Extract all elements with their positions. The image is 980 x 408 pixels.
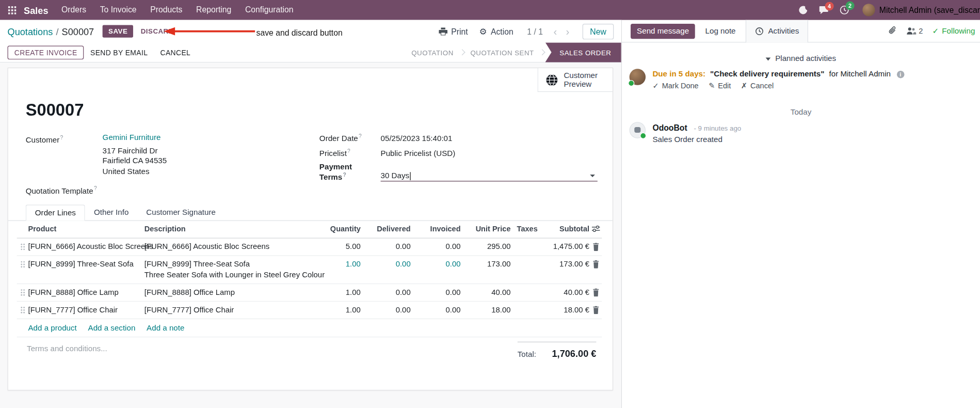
activities-clock-icon[interactable]: 2 bbox=[839, 5, 849, 15]
col-subtotal[interactable]: Subtotal bbox=[544, 224, 591, 235]
cell-description[interactable]: [FURN_7777] Office Chair bbox=[144, 305, 313, 316]
delete-row-icon[interactable] bbox=[592, 306, 599, 315]
app-name[interactable]: Sales bbox=[24, 5, 48, 15]
info-icon[interactable] bbox=[896, 71, 904, 79]
col-taxes[interactable]: Taxes bbox=[512, 224, 544, 235]
cell-unit-price[interactable]: 40.00 bbox=[462, 287, 512, 298]
col-unit-price[interactable]: Unit Price bbox=[462, 224, 512, 235]
delete-row-icon[interactable] bbox=[592, 260, 599, 269]
edit-activity-button[interactable]: Edit bbox=[709, 82, 731, 90]
tab-customer-signature[interactable]: Customer Signature bbox=[137, 205, 224, 220]
followers-button[interactable]: 2 bbox=[906, 26, 923, 35]
state-sales-order-active[interactable]: SALES ORDER bbox=[545, 42, 621, 62]
cell-delivered[interactable]: 0.00 bbox=[362, 259, 412, 270]
cell-invoiced[interactable]: 0.00 bbox=[412, 305, 462, 316]
cell-product[interactable]: [FURN_7777] Office Chair bbox=[28, 305, 144, 316]
drag-handle-icon[interactable] bbox=[20, 260, 25, 269]
following-button[interactable]: Following bbox=[933, 26, 975, 36]
action-button[interactable]: Action bbox=[479, 26, 513, 36]
cell-quantity[interactable]: 1.00 bbox=[313, 287, 362, 298]
cell-description[interactable]: [FURN_6666] Acoustic Bloc Screens bbox=[144, 242, 313, 253]
delete-row-icon[interactable] bbox=[592, 289, 599, 297]
col-description[interactable]: Description bbox=[144, 224, 313, 235]
order-date-label: Order Date? bbox=[319, 133, 381, 143]
cell-delivered[interactable]: 0.00 bbox=[362, 305, 412, 316]
attach-files-button[interactable] bbox=[888, 25, 897, 37]
cell-unit-price[interactable]: 173.00 bbox=[462, 259, 512, 270]
send-message-button[interactable]: Send message bbox=[631, 23, 695, 38]
breadcrumb-quotations[interactable]: Quotations bbox=[8, 26, 53, 37]
cell-unit-price[interactable]: 295.00 bbox=[462, 242, 512, 253]
cell-delivered[interactable]: 0.00 bbox=[362, 287, 412, 298]
create-invoice-button[interactable]: CREATE INVOICE bbox=[8, 45, 84, 59]
cell-product[interactable]: [FURN_8888] Office Lamp bbox=[28, 287, 144, 298]
drag-handle-icon[interactable] bbox=[20, 306, 25, 315]
date-divider: Today bbox=[622, 107, 980, 116]
add-product-link[interactable]: Add a product bbox=[28, 323, 76, 332]
form-content: Customer Preview S00007 Customer? Gemini… bbox=[0, 62, 621, 408]
check-icon bbox=[652, 82, 658, 90]
cell-invoiced[interactable]: 0.00 bbox=[412, 242, 462, 253]
add-section-link[interactable]: Add a section bbox=[88, 323, 136, 332]
table-row[interactable]: [FURN_6666] Acoustic Bloc Screens [FURN_… bbox=[17, 239, 602, 256]
cell-unit-price[interactable]: 18.00 bbox=[462, 305, 512, 316]
print-button[interactable]: Print bbox=[439, 26, 468, 36]
user-menu[interactable]: Mitchell Admin (save_discar bbox=[862, 4, 980, 16]
cell-delivered[interactable]: 0.00 bbox=[362, 242, 412, 253]
moon-icon[interactable] bbox=[799, 5, 808, 14]
nav-menu-products[interactable]: Products bbox=[143, 0, 189, 20]
delete-row-icon[interactable] bbox=[592, 243, 599, 251]
optional-columns-icon[interactable] bbox=[591, 225, 600, 232]
drag-handle-icon[interactable] bbox=[20, 289, 25, 297]
cell-quantity[interactable]: 5.00 bbox=[313, 242, 362, 253]
cell-invoiced[interactable]: 0.00 bbox=[412, 259, 462, 270]
nav-menus: Orders To Invoice Products Reporting Con… bbox=[55, 0, 300, 20]
drag-handle-icon[interactable] bbox=[20, 243, 25, 251]
state-quotation-sent[interactable]: QUOTATION SENT bbox=[465, 42, 540, 62]
activities-tab[interactable]: Activities bbox=[746, 20, 809, 42]
log-note-button[interactable]: Log note bbox=[705, 26, 736, 35]
nav-menu-configuration[interactable]: Configuration bbox=[238, 0, 300, 20]
nav-menu-reporting[interactable]: Reporting bbox=[189, 0, 238, 20]
dropdown-caret-icon[interactable] bbox=[590, 175, 595, 178]
pricelist-field[interactable]: Public Pricelist (USD) bbox=[381, 149, 456, 158]
cell-description[interactable]: [FURN_8999] Three-Seat SofaThree Seater … bbox=[144, 259, 313, 280]
pager-next-icon[interactable] bbox=[561, 26, 574, 37]
send-by-email-button[interactable]: SEND BY EMAIL bbox=[84, 46, 154, 58]
pager-previous-icon[interactable] bbox=[549, 26, 561, 37]
col-product[interactable]: Product bbox=[28, 224, 144, 235]
apps-grid-icon[interactable] bbox=[5, 3, 19, 17]
terms-placeholder[interactable]: Terms and conditions... bbox=[27, 344, 107, 353]
col-invoiced[interactable]: Invoiced bbox=[412, 224, 462, 235]
add-note-link[interactable]: Add a note bbox=[147, 323, 184, 332]
cell-description[interactable]: [FURN_8888] Office Lamp bbox=[144, 287, 313, 298]
table-row[interactable]: [FURN_8888] Office Lamp [FURN_8888] Offi… bbox=[17, 284, 602, 302]
cell-product[interactable]: [FURN_8999] Three-Seat Sofa bbox=[28, 259, 144, 270]
cancel-activity-button[interactable]: Cancel bbox=[741, 82, 774, 90]
messages-icon[interactable]: 4 bbox=[818, 5, 828, 14]
customer-link[interactable]: Gemini Furniture bbox=[103, 133, 161, 146]
cell-quantity[interactable]: 1.00 bbox=[313, 259, 362, 270]
cell-quantity[interactable]: 1.00 bbox=[313, 305, 362, 316]
help-marker: ? bbox=[359, 133, 362, 139]
mark-done-button[interactable]: Mark Done bbox=[652, 82, 698, 90]
save-button[interactable]: SAVE bbox=[103, 25, 133, 37]
table-row[interactable]: [FURN_7777] Office Chair [FURN_7777] Off… bbox=[17, 302, 602, 319]
state-quotation[interactable]: QUOTATION bbox=[406, 42, 459, 62]
tab-other-info[interactable]: Other Info bbox=[85, 205, 137, 220]
new-button[interactable]: New bbox=[583, 23, 614, 39]
col-quantity[interactable]: Quantity bbox=[313, 224, 362, 235]
planned-activities-header[interactable]: Planned activities bbox=[622, 54, 980, 62]
tab-order-lines[interactable]: Order Lines bbox=[26, 205, 85, 221]
col-delivered[interactable]: Delivered bbox=[362, 224, 412, 235]
cell-product[interactable]: [FURN_6666] Acoustic Bloc Screens bbox=[28, 242, 144, 253]
customer-preview-button[interactable]: Customer Preview bbox=[538, 68, 613, 92]
table-row[interactable]: [FURN_8999] Three-Seat Sofa [FURN_8999] … bbox=[17, 256, 602, 285]
cancel-button[interactable]: CANCEL bbox=[154, 46, 197, 58]
cell-invoiced[interactable]: 0.00 bbox=[412, 287, 462, 298]
order-date-field[interactable]: 05/25/2023 15:40:01 bbox=[381, 134, 453, 143]
nav-menu-orders[interactable]: Orders bbox=[55, 0, 93, 20]
message-author[interactable]: OdooBot bbox=[652, 123, 687, 133]
payment-terms-field[interactable]: 30 Days bbox=[381, 172, 598, 182]
nav-menu-to-invoice[interactable]: To Invoice bbox=[93, 0, 143, 20]
